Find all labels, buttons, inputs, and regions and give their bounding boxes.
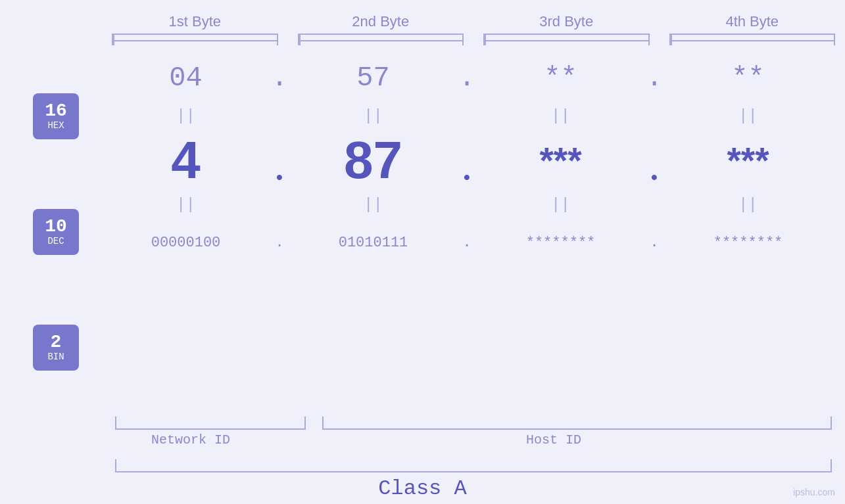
hex-b3: ** — [477, 62, 644, 94]
badges-column: 16 HEX 10 DEC 2 BIN — [0, 52, 102, 412]
host-bracket — [322, 417, 832, 430]
bin-dot3: . — [644, 235, 664, 251]
hex-badge: 16 HEX — [33, 93, 79, 139]
bin-badge-label: BIN — [47, 352, 64, 362]
eq1-b1: || — [102, 107, 270, 125]
bracket-byte2 — [298, 34, 464, 45]
host-id-label: Host ID — [526, 432, 581, 447]
byte1-header: 1st Byte — [102, 13, 288, 30]
full-bracket — [115, 459, 832, 472]
dec-b1: 4 — [102, 130, 270, 191]
hex-b1: 04 — [102, 62, 270, 94]
content-area: 16 HEX 10 DEC 2 BIN 04 . 57 . ** . ** — [0, 52, 845, 412]
dec-dot3: • — [644, 129, 664, 191]
dec-b4: *** — [664, 139, 832, 181]
eq2-b4: || — [664, 196, 832, 214]
dec-badge: 10 DEC — [33, 209, 79, 255]
eq2-b3: || — [477, 196, 644, 214]
bin-badge: 2 BIN — [33, 325, 79, 371]
watermark: ipshu.com — [793, 487, 835, 497]
bin-dot1: . — [270, 235, 289, 251]
dec-badge-label: DEC — [47, 236, 64, 246]
bracket-byte4 — [669, 34, 836, 45]
dec-dot2: • — [457, 129, 477, 191]
bracket-byte1 — [112, 34, 278, 45]
byte-headers: 1st Byte 2nd Byte 3rd Byte 4th Byte — [0, 13, 845, 30]
network-host-brackets: Network ID Host ID — [0, 415, 845, 455]
dec-badge-number: 10 — [45, 218, 67, 236]
dec-row: 4 • 87 • *** • *** — [102, 127, 832, 193]
top-brackets — [0, 34, 845, 45]
hex-dot3: . — [644, 62, 664, 94]
bin-row: 00000100 . 01010111 . ******** . *******… — [102, 216, 832, 269]
equals-row-2: || || || || — [102, 193, 832, 216]
equals-row-1: || || || || — [102, 104, 832, 127]
hex-row: 04 . 57 . ** . ** — [102, 52, 832, 104]
hex-dot2: . — [457, 62, 477, 94]
hex-b4: ** — [664, 62, 832, 94]
full-bracket-area: Class A — [0, 458, 845, 504]
class-a-label: Class A — [378, 476, 466, 501]
hex-badge-number: 16 — [45, 102, 67, 120]
hex-badge-label: HEX — [47, 120, 64, 131]
network-bracket — [115, 417, 306, 430]
dec-b2: 87 — [289, 130, 457, 191]
byte3-header: 3rd Byte — [473, 13, 660, 30]
bin-dot2: . — [457, 235, 477, 251]
data-grid: 04 . 57 . ** . ** || || || || 4 • — [102, 52, 845, 412]
dec-b3: *** — [477, 139, 644, 181]
eq1-b2: || — [289, 107, 457, 125]
main-container: 1st Byte 2nd Byte 3rd Byte 4th Byte 16 H… — [0, 0, 845, 504]
byte2-header: 2nd Byte — [288, 13, 474, 30]
eq1-b3: || — [477, 107, 644, 125]
dec-dot1: • — [270, 129, 289, 191]
network-id-label: Network ID — [151, 432, 230, 447]
bin-badge-number: 2 — [51, 333, 62, 352]
eq1-b4: || — [664, 107, 832, 125]
hex-dot1: . — [270, 62, 289, 94]
eq2-b2: || — [289, 196, 457, 214]
bin-b3: ******** — [477, 235, 644, 251]
hex-b2: 57 — [289, 62, 457, 94]
eq2-b1: || — [102, 196, 270, 214]
bin-b1: 00000100 — [102, 235, 270, 251]
byte4-header: 4th Byte — [660, 13, 846, 30]
bin-b2: 01010111 — [289, 235, 457, 251]
bracket-byte3 — [483, 34, 650, 45]
bin-b4: ******** — [664, 235, 832, 251]
